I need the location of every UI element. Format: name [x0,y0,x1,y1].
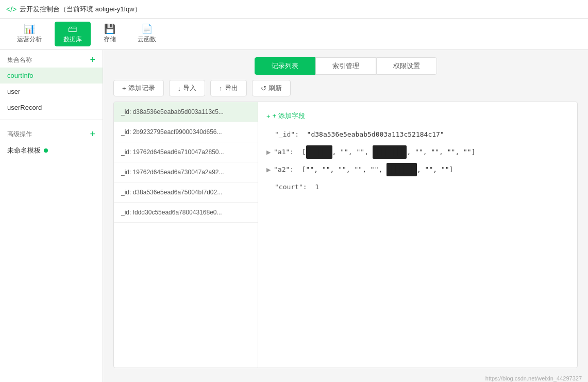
a2-redacted-1: ███████ [387,163,417,176]
top-bar: </> 云开发控制台（当前环境 aoligei-y1fqw） [0,0,588,19]
import-label: 导入 [183,84,196,93]
detail-a2-row: ▶ "a2": ["", "", "", "", "", ███████, ""… [266,161,569,178]
export-label: 导出 [225,84,238,93]
sidebar-advanced-label: 高级操作 [7,130,32,139]
detail-a1-value: [██████, "", "", ████████, "", "", "", "… [302,145,476,159]
detail-a1-key: "a1": [274,145,294,159]
add-record-button[interactable]: + 添加记录 [113,80,164,96]
add-field-icon: + [266,112,271,120]
detail-panel: + + 添加字段 "_id": "d38a536e5eabab5d003a113… [258,102,577,368]
record-item[interactable]: _id: fddd30c55ead6a780043168e0... [114,203,258,223]
toolbar-label-functions: 云函数 [138,35,156,44]
add-record-label: 添加记录 [128,84,155,93]
sidebar-item-userrecord[interactable]: userRecord [0,99,103,115]
import-icon: ↓ [178,85,181,92]
toolbar-item-storage[interactable]: 💾存储 [95,22,125,46]
toolbar-label-storage: 存储 [104,35,116,44]
add-icon: + [122,85,126,92]
toolbar-item-functions[interactable]: 📄云函数 [129,22,165,46]
import-button[interactable]: ↓ 导入 [169,80,206,96]
record-item[interactable]: _id: 2b9232795eacf99000340d656... [114,122,258,142]
a1-expand-icon[interactable]: ▶ [266,146,271,158]
analytics-icon: 📊 [24,24,35,34]
detail-id-row: "_id": "d38a536e5eabab5d003a113c52184c17… [266,126,569,143]
sidebar-item-label: 未命名模板 [7,146,41,155]
storage-icon: 💾 [104,24,115,34]
sidebar-item-courtinfo[interactable]: courtInfo [0,68,103,84]
export-icon: ↑ [219,85,223,92]
toolbar-label-analytics: 运营分析 [17,35,42,44]
a1-redacted-2: ████████ [373,145,407,159]
tabs-row: 记录列表 索引管理 权限设置 [103,50,588,80]
detail-a2-key: "a2": [274,163,294,176]
record-item[interactable]: _id: d38a536e5eabab5d003a113c5... [114,102,258,122]
sidebar: 集合名称 + courtInfo user userRecord 高级操作 + … [0,50,103,382]
detail-id-key: "_id": [275,128,299,141]
record-item[interactable]: _id: 19762d645ead6a710047a2850... [114,142,258,162]
sidebar-template-item[interactable]: 未命名模板 [0,142,103,159]
sidebar-advanced-section: 高级操作 + [0,124,103,142]
records-list: _id: d38a536e5eabab5d003a113c5... _id: 2… [114,102,258,368]
sidebar-divider [0,120,103,120]
detail-a1-row: ▶ "a1": [██████, "", "", ████████, "", "… [266,143,569,161]
tab-permissions[interactable]: 权限设置 [376,57,437,75]
functions-icon: 📄 [141,24,153,34]
refresh-label: 刷新 [268,84,282,93]
record-item[interactable]: _id: d38a536e5ead6a75004bf7d02... [114,182,258,203]
top-bar-title: 云开发控制台（当前环境 aoligei-y1fqw） [20,5,141,14]
template-dot [44,148,48,153]
detail-id-value: "d38a536e5eabab5d003a113c52184c17" [307,128,444,141]
a1-redacted-1: ██████ [306,145,332,159]
detail-court-value: 1 [315,180,319,194]
sidebar-advanced-add-button[interactable]: + [90,129,95,139]
database-icon: 🗃 [68,24,77,34]
record-item[interactable]: _id: 19762d645ead6a730047a2a92... [114,162,258,182]
add-field-label: + 添加字段 [273,111,305,121]
refresh-button[interactable]: ↺ 刷新 [252,80,291,96]
toolbar: 📊运营分析🗃数据库💾存储📄云函数 [0,19,588,50]
toolbar-label-database: 数据库 [63,35,82,44]
tab-records[interactable]: 记录列表 [255,57,315,75]
action-bar: + 添加记录 ↓ 导入 ↑ 导出 ↺ 刷新 [103,80,588,102]
records-detail-panel: _id: d38a536e5eabab5d003a113c5... _id: 2… [113,102,578,368]
watermark: https://blog.csdn.net/weixin_44297327 [103,373,588,382]
sidebar-add-button[interactable]: + [90,55,95,64]
main-layout: 集合名称 + courtInfo user userRecord 高级操作 + … [0,50,588,382]
export-button[interactable]: ↑ 导出 [210,80,247,96]
a2-expand-icon[interactable]: ▶ [266,164,271,175]
detail-court-key: "court": [275,180,307,194]
content-area: 记录列表 索引管理 权限设置 + 添加记录 ↓ 导入 ↑ 导出 ↺ 刷新 [103,50,588,382]
detail-content: "_id": "d38a536e5eabab5d003a113c52184c17… [266,126,569,196]
add-field-button[interactable]: + + 添加字段 [266,109,569,126]
refresh-icon: ↺ [261,85,266,92]
toolbar-item-database[interactable]: 🗃数据库 [55,22,91,46]
sidebar-item-user[interactable]: user [0,84,103,99]
tab-index[interactable]: 索引管理 [315,57,376,75]
toolbar-item-analytics[interactable]: 📊运营分析 [8,22,51,46]
detail-court-row: "court": 1 [266,178,569,196]
sidebar-section-label: 集合名称 [7,56,32,64]
cloud-dev-icon: </> [6,5,16,13]
detail-a2-value: ["", "", "", "", "", ███████, "", ""] [302,163,453,176]
sidebar-section-header: 集合名称 + [0,50,103,68]
